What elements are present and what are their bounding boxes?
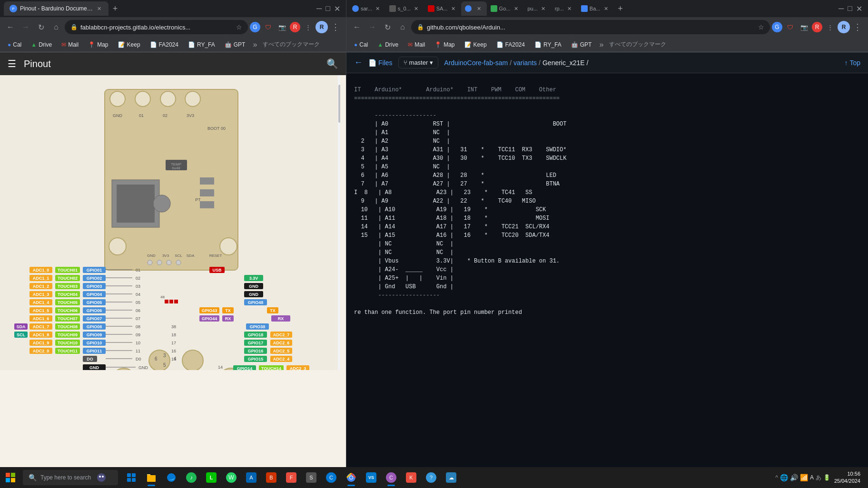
right-ext-more[interactable]: ⋮ — [823, 20, 837, 34]
github-branch-selector[interactable]: ⑂ master ▾ — [398, 57, 439, 68]
left-back-btn[interactable]: ← — [4, 20, 17, 34]
left-maximize-btn[interactable]: □ — [326, 4, 330, 13]
pinout-search-icon[interactable]: 🔍 — [326, 58, 338, 69]
right-new-tab-button[interactable]: + — [613, 2, 627, 15]
right-tab-go[interactable]: Go... ✕ — [487, 1, 524, 16]
right-forward-btn[interactable]: → — [365, 20, 379, 34]
right-tab-rp-close[interactable]: ✕ — [566, 5, 573, 12]
right-bookmark-ryfa[interactable]: 📄 RY_FA — [531, 39, 565, 50]
right-bookmark-fa2024[interactable]: 📄 FA2024 — [493, 39, 529, 50]
taskbar-app9[interactable]: F — [282, 468, 301, 487]
left-forward-btn[interactable]: → — [19, 20, 32, 34]
left-bookmark-cal[interactable]: ● Cal — [4, 39, 25, 50]
right-tab-s0[interactable]: s_0... ✕ — [385, 1, 424, 16]
left-star-icon[interactable]: ☆ — [236, 23, 242, 31]
taskbar-spotify[interactable]: ♪ — [182, 468, 201, 487]
right-ext-r[interactable]: R — [812, 22, 822, 32]
left-bookmark-ryfa[interactable]: 📄 RY_FA — [184, 39, 219, 50]
left-bookmark-fa2024[interactable]: 📄 FA2024 — [146, 39, 182, 50]
left-close-btn[interactable]: ✕ — [334, 4, 340, 13]
left-bookmark-map[interactable]: 📍 Map — [84, 39, 112, 50]
taskbar-clock[interactable]: 10:56 25/04/2024 — [834, 470, 864, 485]
right-minimize-btn[interactable]: ─ — [838, 4, 844, 13]
right-address-bar[interactable]: 🔒 github.com/qbolsee/Arduin... ☆ — [411, 20, 770, 34]
taskbar-whatsapp[interactable]: W — [222, 468, 241, 487]
hamburger-menu-icon[interactable]: ☰ — [8, 58, 16, 69]
taskbar-line[interactable]: L — [202, 468, 221, 487]
right-bookmark-drive[interactable]: ▲ Drive — [374, 39, 402, 50]
right-bookmark-keep[interactable]: 📝 Keep — [461, 39, 491, 50]
right-bookmark-mail[interactable]: ✉ Mail — [404, 39, 429, 50]
left-bookmarks-more[interactable]: » — [251, 39, 259, 50]
tray-lang-indicator[interactable]: A — [810, 474, 814, 481]
right-home-btn[interactable]: ⌂ — [396, 20, 409, 34]
breadcrumb-variants[interactable]: variants — [513, 59, 537, 67]
taskbar-vscode[interactable]: VS — [362, 468, 381, 487]
right-star-icon[interactable]: ☆ — [758, 23, 764, 31]
left-bookmark-keep[interactable]: 📝 Keep — [114, 39, 144, 50]
left-profile-btn[interactable]: R — [316, 21, 328, 33]
tray-icon-3[interactable]: 📶 — [800, 474, 808, 481]
right-bookmark-cal[interactable]: ● Cal — [350, 39, 372, 50]
left-bookmark-drive[interactable]: ▲ Drive — [27, 39, 56, 50]
left-tab-close[interactable]: ✕ — [95, 5, 103, 12]
right-ext-cam[interactable]: 📷 — [798, 20, 811, 34]
right-tab-rp[interactable]: rp... ✕ — [551, 1, 577, 16]
tray-ime-indicator[interactable]: あ — [816, 474, 821, 482]
left-refresh-btn[interactable]: ↻ — [34, 20, 48, 34]
right-refresh-btn[interactable]: ↻ — [381, 20, 394, 34]
right-tab-sar-close[interactable]: ✕ — [374, 5, 382, 12]
left-ext-more[interactable]: ⋮ — [301, 20, 315, 34]
github-files-button[interactable]: 📄 Files — [368, 59, 393, 67]
right-tab-active-close[interactable]: ✕ — [475, 5, 483, 12]
tray-icon-1[interactable]: 🌐 — [780, 474, 788, 481]
taskbar-chrome[interactable] — [342, 468, 361, 487]
left-ext-g[interactable]: G — [250, 22, 260, 32]
right-tab-active[interactable]: ✕ — [461, 1, 487, 16]
right-tab-ba-close[interactable]: ✕ — [602, 5, 610, 12]
right-close-btn[interactable]: ✕ — [856, 4, 862, 13]
show-desktop-btn[interactable] — [864, 467, 868, 488]
left-bookmark-mail[interactable]: ✉ Mail — [58, 39, 82, 50]
left-bookmark-gpt[interactable]: 🤖 GPT — [221, 39, 249, 50]
taskbar-explorer[interactable] — [142, 468, 161, 487]
left-ext-shield[interactable]: 🛡 — [261, 20, 275, 34]
taskbar-app8[interactable]: B — [262, 468, 281, 487]
right-menu-btn[interactable]: ⋮ — [851, 20, 864, 34]
github-back-button[interactable]: ← — [354, 58, 363, 68]
right-tab-sa[interactable]: SA... ✕ — [424, 1, 461, 16]
right-tab-ba[interactable]: Ba... ✕ — [577, 1, 614, 16]
github-code-content[interactable]: IT Arduino* Arduino* INT PWM COM Other =… — [346, 73, 868, 467]
left-tab-active[interactable]: P Pinout - Barduino Documenta... ✕ — [4, 1, 108, 16]
taskbar-app7[interactable]: A — [242, 468, 261, 487]
taskbar-app10[interactable]: S — [302, 468, 321, 487]
left-ext-r[interactable]: R — [290, 22, 300, 32]
left-menu-btn[interactable]: ⋮ — [329, 20, 342, 34]
taskbar-search-box[interactable]: 🔍 Type here to search — [23, 470, 118, 485]
left-minimize-btn[interactable]: ─ — [316, 4, 322, 13]
taskbar-taskview[interactable] — [122, 468, 141, 487]
right-bookmark-map[interactable]: 📍 Map — [431, 39, 458, 50]
start-button[interactable] — [0, 467, 21, 488]
right-tab-go-close[interactable]: ✕ — [512, 5, 520, 12]
right-ext-g[interactable]: G — [772, 22, 782, 32]
right-tab-sa-close[interactable]: ✕ — [450, 5, 457, 12]
right-tab-pu-close[interactable]: ✕ — [540, 5, 547, 12]
taskbar-app15[interactable]: ? — [422, 468, 441, 487]
right-bookmarks-more[interactable]: » — [597, 39, 605, 50]
right-tab-sar[interactable]: sar... ✕ — [348, 1, 385, 16]
taskbar-app16[interactable]: ☁ — [442, 468, 461, 487]
right-back-btn[interactable]: ← — [350, 20, 364, 34]
taskbar-app11[interactable]: C — [322, 468, 341, 487]
left-home-btn[interactable]: ⌂ — [49, 20, 63, 34]
right-tab-s0-close[interactable]: ✕ — [413, 5, 420, 12]
tray-show-hidden[interactable]: ^ — [775, 474, 778, 481]
left-new-tab-button[interactable]: + — [108, 2, 122, 15]
right-maximize-btn[interactable]: □ — [848, 4, 852, 13]
right-bookmark-gpt[interactable]: 🤖 GPT — [567, 39, 596, 50]
breadcrumb-root[interactable]: ArduinoCore-fab-sam — [444, 59, 508, 67]
taskbar-edge[interactable] — [162, 468, 181, 487]
left-address-bar[interactable]: 🔒 fablabbcn-projects.gitlab.io/electroni… — [65, 20, 248, 34]
right-tab-pu[interactable]: pu... ✕ — [523, 1, 551, 16]
taskbar-app13[interactable]: C — [382, 468, 401, 487]
